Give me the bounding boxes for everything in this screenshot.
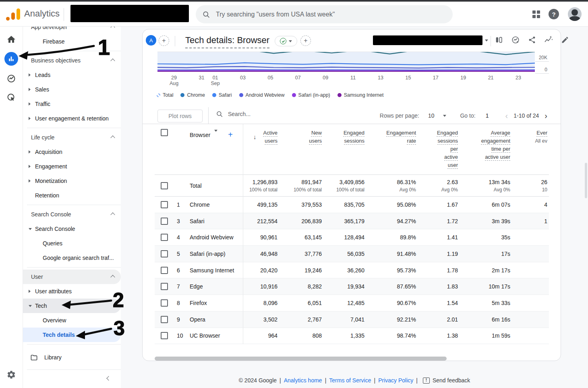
redacted-account-name[interactable] [70,5,189,22]
chevron-down-icon[interactable] [214,132,217,138]
help-icon[interactable]: ? [549,9,559,19]
row-checkbox[interactable] [161,250,168,257]
row-checkbox[interactable] [161,299,168,307]
sidebar-item-leads[interactable]: Leads [23,68,121,82]
google-analytics-logo-icon[interactable] [6,8,21,21]
collapse-triangle-icon[interactable] [29,305,35,307]
edit-pencil-icon[interactable] [560,35,570,45]
table-row-android-webview: 4Android Webview90,96163,145128,49489.8%… [155,229,549,246]
legend-item-safari-in-app[interactable]: Safari (in-app) [292,92,330,98]
apps-grid-icon[interactable] [532,10,540,18]
legend-item-safari[interactable]: Safari [212,92,232,98]
previous-page-icon[interactable]: ‹ [505,112,509,120]
footer-link-analytics-home[interactable]: Analytics home [284,377,322,384]
nav-reports-icon[interactable] [4,52,18,66]
settings-gear-icon[interactable] [4,368,18,382]
total-row-checkbox[interactable] [161,182,168,189]
table-search[interactable] [216,110,301,118]
sidebar-item-retention[interactable]: Retention [23,188,121,203]
column-header-ever[interactable]: EverAll ev [512,129,549,145]
legend-item-chrome[interactable]: Chrome [180,92,205,98]
sidebar-section-user[interactable]: User [23,270,121,284]
footer-link-terms[interactable]: Terms of Service [329,377,371,384]
expand-triangle-icon[interactable] [29,150,35,154]
table-search-input[interactable] [227,110,301,118]
legend-item-total[interactable]: Total [157,92,173,98]
expand-triangle-icon[interactable] [29,88,35,91]
comparison-icon[interactable] [494,35,504,45]
expand-triangle-icon[interactable] [29,165,35,168]
expand-triangle-icon[interactable] [29,73,35,77]
expand-triangle-icon[interactable] [29,179,35,183]
insights-icon[interactable] [510,35,521,45]
next-page-icon[interactable]: › [544,112,548,120]
sidebar-item-tech[interactable]: Tech [23,299,121,313]
dimension-header-browser[interactable]: Browser+ [186,129,243,139]
main-vertical-scrollbar[interactable] [585,163,587,198]
line-chart-plot[interactable] [157,52,535,74]
user-avatar[interactable] [568,7,582,21]
column-header-engagement-rate[interactable]: Engagementrate [366,129,418,145]
sidebar-item-library[interactable]: Library [23,350,121,365]
sidebar-section-app-developer[interactable]: App developer [23,26,121,34]
expand-triangle-icon[interactable] [29,102,35,106]
footer-link-privacy[interactable]: Privacy Policy [378,377,413,384]
sidebar-item-engagement[interactable]: Engagement [23,159,121,174]
add-metric-icon[interactable]: + [228,130,233,139]
sidebar-item-acquisition[interactable]: Acquisition [23,145,121,159]
legend-item-android-webview[interactable]: Android Webview [239,92,285,98]
sidebar-item-monetization[interactable]: Monetization [23,174,121,188]
global-search[interactable] [196,5,453,23]
account-badge[interactable]: A [146,35,156,46]
sidebar-item-google-organic-search-traf[interactable]: Google organic search traf... [23,251,121,265]
sidebar-section-business-objectives[interactable]: Business objectives [23,53,121,68]
send-feedback-label[interactable]: Send feedback [433,377,470,384]
row-checkbox[interactable] [161,332,168,339]
row-checkbox[interactable] [161,201,168,208]
sidebar-item-search-console[interactable]: Search Console [23,222,121,236]
row-checkbox[interactable] [161,218,168,225]
nav-home-icon[interactable] [4,33,18,46]
plot-rows-button[interactable]: Plot rows [157,110,203,122]
expand-triangle-icon[interactable] [29,290,35,293]
sidebar-item-user-engagement-retention[interactable]: User engagement & retention [23,111,121,126]
global-search-input[interactable] [215,10,436,19]
add-comparison-icon[interactable]: + [159,35,169,46]
row-checkbox[interactable] [161,234,168,241]
collapse-triangle-icon[interactable] [29,228,35,230]
column-header-engaged-sessions-per-active-user[interactable]: Engagedsessionsperactiveuser [418,129,460,169]
column-header-active-users[interactable]: Activeusers [243,129,279,145]
row-checkbox[interactable] [161,283,168,290]
column-header-engaged-sessions[interactable]: Engagedsessions [323,129,366,145]
report-status-pill[interactable] [275,36,297,46]
add-report-tab-icon[interactable]: + [300,35,311,46]
share-icon[interactable] [527,35,537,45]
redacted-date-range-selector[interactable] [373,35,482,45]
sort-descending-icon[interactable]: ↓ [253,133,257,140]
sidebar-section-search-console[interactable]: Search Console [23,207,121,222]
sidebar-item-traffic[interactable]: Traffic [23,97,121,111]
report-title[interactable]: Tech details: Browser [185,35,269,48]
sidebar-item-firebase[interactable]: Firebase [23,34,121,49]
row-checkbox[interactable] [161,316,168,323]
sidebar-item-tech-details[interactable]: Tech details [23,328,121,342]
collapse-sidebar-icon[interactable] [104,373,114,383]
select-all-checkbox[interactable] [161,129,168,136]
table-horizontal-scrollbar[interactable] [155,357,447,361]
legend-item-samsung-internet[interactable]: Samsung Internet [337,92,384,98]
nav-explore-icon[interactable] [4,72,18,85]
row-checkbox[interactable] [161,267,168,274]
nav-advertising-icon[interactable] [4,91,18,104]
sidebar-item-queries[interactable]: Queries [23,236,121,251]
column-header-average-engagement-time-per-active-user[interactable]: Averageengagementtime peractive user [460,129,512,161]
sidebar-item-sales[interactable]: Sales [23,82,121,97]
sidebar-item-user-attributes[interactable]: User attributes [23,284,121,299]
sidebar-section-life-cycle[interactable]: Life cycle [23,130,121,145]
insights-sparkline-icon[interactable] [543,35,554,45]
goto-page-input[interactable] [481,112,493,119]
rows-per-page-value[interactable]: 10 [428,112,435,119]
column-header-new-users[interactable]: Newusers [279,129,323,145]
rows-per-page-caret-icon[interactable] [443,115,446,117]
expand-triangle-icon[interactable] [29,117,35,120]
sidebar-item-overview[interactable]: Overview [23,313,121,328]
